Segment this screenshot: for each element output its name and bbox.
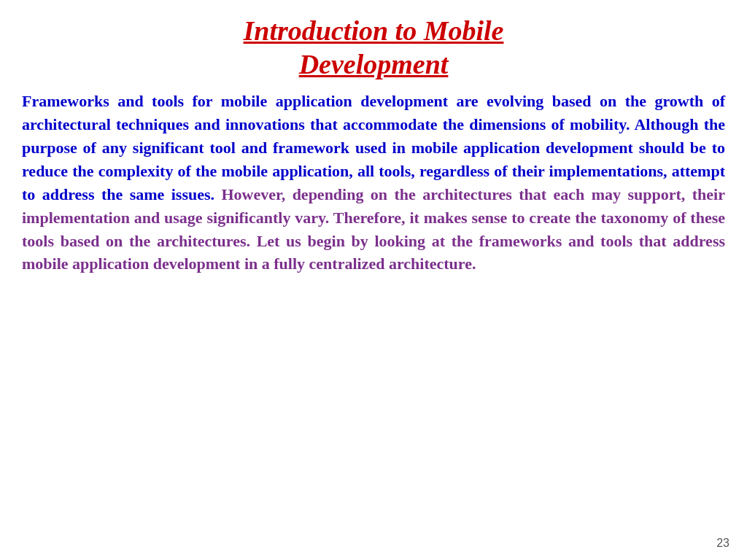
title-line1: Introduction to Mobile [22, 15, 725, 48]
slide-container: Introduction to Mobile Development Frame… [0, 0, 747, 560]
title-line2: Development [22, 48, 725, 82]
title-section: Introduction to Mobile Development [22, 15, 725, 81]
page-number: 23 [716, 537, 729, 550]
body-text: Frameworks and tools for mobile applicat… [22, 90, 725, 276]
paragraph-blue: Frameworks and tools for mobile applicat… [22, 92, 725, 133]
